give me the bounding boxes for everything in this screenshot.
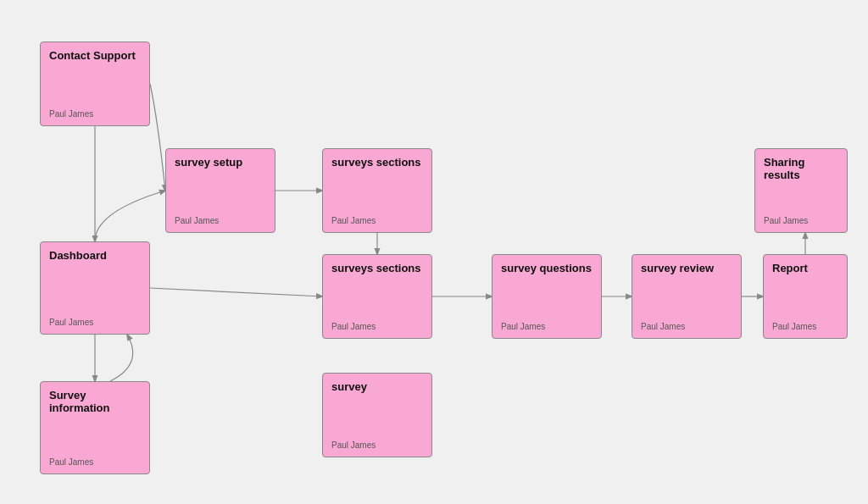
node-survey-review[interactable]: survey reviewPaul James: [632, 254, 742, 339]
node-owner-survey-questions: Paul James: [501, 322, 545, 331]
node-survey[interactable]: surveyPaul James: [322, 373, 432, 457]
flow-diagram: Contact SupportPaul JamesDashboardPaul J…: [0, 0, 868, 504]
node-title-survey-review: survey review: [641, 262, 714, 274]
node-owner-surveys-sections-top: Paul James: [331, 216, 376, 225]
node-title-dashboard: Dashboard: [49, 249, 107, 262]
node-title-survey: survey: [331, 380, 367, 393]
node-title-surveys-sections-main: surveys sections: [331, 262, 421, 274]
node-report[interactable]: ReportPaul James: [763, 254, 848, 339]
node-title-survey-questions: survey questions: [501, 262, 592, 274]
node-survey-setup[interactable]: survey setupPaul James: [165, 148, 275, 233]
node-title-sharing-results: Sharing results: [764, 156, 804, 181]
node-owner-report: Paul James: [772, 322, 816, 331]
node-surveys-sections-top[interactable]: surveys sectionsPaul James: [322, 148, 432, 233]
node-contact-support[interactable]: Contact SupportPaul James: [40, 42, 150, 126]
node-owner-survey-review: Paul James: [641, 322, 685, 331]
node-owner-sharing-results: Paul James: [764, 216, 808, 225]
node-title-survey-information: Survey information: [49, 389, 110, 414]
node-sharing-results[interactable]: Sharing resultsPaul James: [754, 148, 848, 233]
node-survey-information[interactable]: Survey informationPaul James: [40, 381, 150, 474]
node-surveys-sections-main[interactable]: surveys sectionsPaul James: [322, 254, 432, 339]
node-title-surveys-sections-top: surveys sections: [331, 156, 421, 169]
node-title-survey-setup: survey setup: [175, 156, 242, 169]
node-owner-contact-support: Paul James: [49, 109, 93, 119]
node-title-contact-support: Contact Support: [49, 49, 136, 62]
node-owner-survey-setup: Paul James: [175, 216, 219, 225]
node-survey-questions[interactable]: survey questionsPaul James: [492, 254, 602, 339]
node-owner-survey: Paul James: [331, 440, 376, 450]
node-owner-survey-information: Paul James: [49, 457, 93, 467]
node-owner-dashboard: Paul James: [49, 318, 93, 327]
node-title-report: Report: [772, 262, 808, 274]
node-owner-surveys-sections-main: Paul James: [331, 322, 376, 331]
node-dashboard[interactable]: DashboardPaul James: [40, 241, 150, 335]
